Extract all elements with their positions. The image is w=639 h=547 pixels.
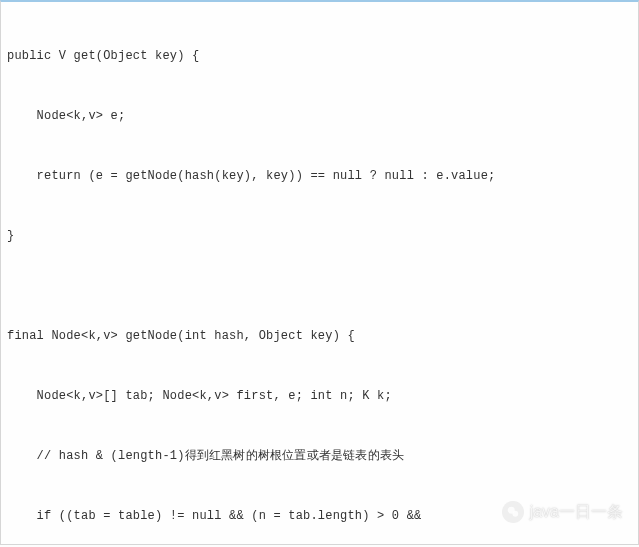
code-line: } <box>7 226 632 246</box>
code-block: public V get(Object key) { Node<k,v> e; … <box>0 0 639 545</box>
code-line: Node<k,v>[] tab; Node<k,v> first, e; int… <box>7 386 632 406</box>
code-line: if ((tab = table) != null && (n = tab.le… <box>7 506 632 526</box>
code-line: Node<k,v> e; <box>7 106 632 126</box>
code-line: public V get(Object key) { <box>7 46 632 66</box>
code-line: return (e = getNode(hash(key), key)) == … <box>7 166 632 186</box>
code-line: final Node<k,v> getNode(int hash, Object… <box>7 326 632 346</box>
code-line: // hash & (length-1)得到红黑树的树根位置或者是链表的表头 <box>7 446 632 466</box>
